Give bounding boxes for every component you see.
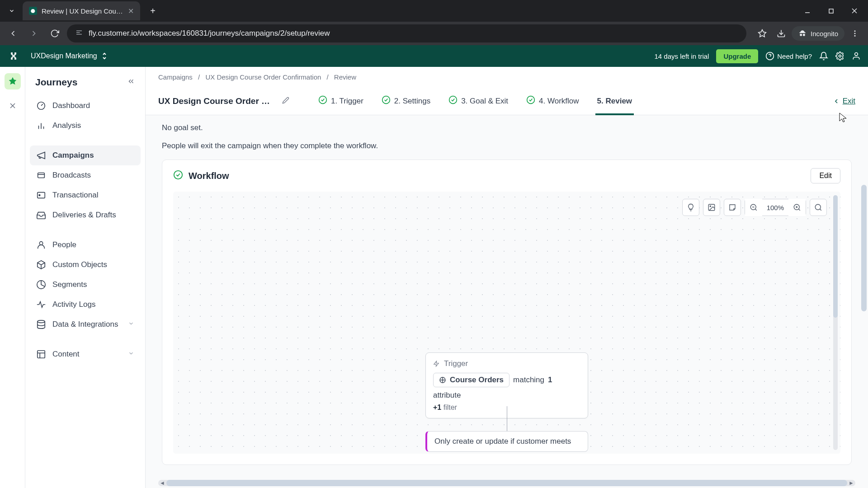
- new-tab-button[interactable]: +: [146, 4, 160, 18]
- back-button[interactable]: [5, 25, 22, 42]
- svg-point-34: [449, 96, 457, 104]
- sidebar-item-custom-objects[interactable]: Custom Objects: [30, 255, 141, 275]
- content-hscrollbar[interactable]: ◄ ►: [158, 480, 855, 486]
- incognito-badge[interactable]: Incognito: [792, 26, 844, 41]
- zoom-in-icon: [793, 203, 801, 211]
- upgrade-button[interactable]: Upgrade: [716, 49, 758, 63]
- main-content: Campaigns / UX Design Course Order Confi…: [146, 67, 868, 488]
- step-workflow[interactable]: 4. Workflow: [524, 87, 581, 115]
- step-review[interactable]: 5. Review: [595, 87, 634, 115]
- sidebar-item-dashboard[interactable]: Dashboard: [30, 96, 141, 116]
- workflow-canvas[interactable]: 100% Trigger: [173, 192, 840, 454]
- app-logo-icon[interactable]: [7, 50, 20, 62]
- bolt-icon: [433, 360, 439, 368]
- sidebar-item-broadcasts[interactable]: Broadcasts: [30, 165, 141, 185]
- chevron-down-icon: [128, 350, 134, 359]
- help-icon: [765, 52, 774, 61]
- url-text: fly.customer.io/workspaces/160831/journe…: [89, 29, 330, 38]
- sidebar-item-people[interactable]: People: [30, 235, 141, 255]
- zoom-out-button[interactable]: [745, 199, 762, 216]
- forward-button[interactable]: [25, 25, 42, 42]
- breadcrumb-current: Review: [334, 73, 356, 81]
- search-icon: [814, 203, 822, 211]
- reload-button[interactable]: [46, 25, 63, 42]
- step-settings[interactable]: 2. Settings: [380, 87, 432, 115]
- sidebar-item-analysis[interactable]: Analysis: [30, 116, 141, 136]
- notifications-button[interactable]: [819, 52, 828, 61]
- bookmark-button[interactable]: [754, 25, 771, 42]
- object-icon: [439, 376, 446, 384]
- canvas-lightbulb-button[interactable]: [682, 199, 699, 216]
- step-goal-exit[interactable]: 3. Goal & Exit: [447, 87, 510, 115]
- sidebar-item-activity-logs[interactable]: Activity Logs: [30, 295, 141, 314]
- zoom-out-icon: [750, 203, 758, 211]
- collapse-sidebar-button[interactable]: [127, 77, 135, 87]
- site-info-icon[interactable]: [75, 28, 83, 38]
- layout-icon: [36, 349, 46, 359]
- scrollbar-thumb[interactable]: [833, 195, 838, 318]
- svg-point-9: [854, 30, 856, 32]
- favicon-icon: ⬣: [29, 7, 37, 15]
- zoom-in-button[interactable]: [788, 199, 806, 216]
- svg-rect-1: [829, 9, 833, 13]
- user-icon: [852, 52, 861, 61]
- close-tab-icon[interactable]: ✕: [128, 7, 134, 15]
- scrollbar-thumb[interactable]: [861, 185, 867, 311]
- breadcrumb-campaign-name[interactable]: UX Design Course Order Confirmation: [205, 73, 321, 81]
- content-vscrollbar[interactable]: [861, 67, 867, 488]
- chart-icon: [36, 121, 46, 131]
- workspace-switcher[interactable]: UXDesign Marketing: [31, 52, 107, 60]
- help-button[interactable]: Need help?: [765, 52, 812, 61]
- account-button[interactable]: [852, 52, 861, 61]
- minimize-button[interactable]: [797, 3, 817, 19]
- sidebar-item-content[interactable]: Content: [30, 344, 141, 364]
- maximize-button[interactable]: [821, 3, 841, 19]
- chevron-left-icon: [833, 98, 840, 105]
- browser-tab[interactable]: ⬣ Review | UX Design Course Ord ✕: [23, 1, 140, 20]
- svg-point-38: [710, 206, 711, 206]
- edit-title-button[interactable]: [282, 97, 289, 106]
- edit-workflow-button[interactable]: Edit: [811, 168, 840, 183]
- canvas-toolbar: 100%: [682, 199, 827, 216]
- rail-journeys[interactable]: [5, 73, 21, 89]
- scroll-right-arrow[interactable]: ►: [847, 480, 855, 486]
- workflow-section: Workflow Edit 100%: [162, 160, 852, 465]
- pie-icon: [36, 280, 46, 290]
- svg-rect-29: [38, 351, 45, 358]
- step-label: 2. Settings: [394, 97, 430, 106]
- scrollbar-thumb[interactable]: [166, 480, 847, 486]
- canvas-vscrollbar[interactable]: [833, 195, 838, 450]
- step-label: 3. Goal & Exit: [461, 97, 508, 106]
- tab-search-dropdown[interactable]: [4, 3, 20, 19]
- sidebar: Journeys Dashboard Analysis Campaigns Br…: [25, 67, 146, 488]
- downloads-button[interactable]: [773, 25, 790, 42]
- canvas-image-button[interactable]: [703, 199, 720, 216]
- sidebar-item-deliveries[interactable]: Deliveries & Drafts: [30, 205, 141, 225]
- filter-node[interactable]: Only create or update if customer meets: [425, 431, 588, 452]
- breadcrumb-campaigns[interactable]: Campaigns: [158, 73, 193, 81]
- rail-secondary[interactable]: [5, 98, 21, 114]
- exit-rule-text: People will exit the campaign when they …: [162, 141, 852, 150]
- sticky-note-icon: [728, 203, 736, 211]
- settings-button[interactable]: [835, 52, 844, 61]
- scroll-left-arrow[interactable]: ◄: [158, 480, 166, 486]
- close-window-button[interactable]: [844, 3, 864, 19]
- svg-marker-7: [759, 30, 766, 37]
- canvas-note-button[interactable]: [724, 199, 741, 216]
- browser-menu-button[interactable]: [846, 25, 863, 42]
- cube-icon: [36, 260, 46, 270]
- exit-link[interactable]: Exit: [833, 97, 855, 106]
- sidebar-item-transactional[interactable]: Transactional: [30, 185, 141, 205]
- sidebar-item-data-integrations[interactable]: Data & Integrations: [30, 314, 141, 334]
- url-bar[interactable]: fly.customer.io/workspaces/160831/journe…: [67, 24, 746, 42]
- sidebar-item-label: Analysis: [52, 121, 81, 130]
- step-trigger[interactable]: 1. Trigger: [316, 87, 365, 115]
- sidebar-item-segments[interactable]: Segments: [30, 275, 141, 295]
- svg-line-43: [798, 209, 800, 210]
- canvas-search-button[interactable]: [810, 199, 827, 216]
- database-icon: [36, 319, 46, 329]
- attribute-text: attribute: [433, 391, 461, 400]
- svg-point-10: [854, 33, 856, 34]
- svg-point-36: [174, 170, 182, 178]
- sidebar-item-campaigns[interactable]: Campaigns: [30, 145, 141, 165]
